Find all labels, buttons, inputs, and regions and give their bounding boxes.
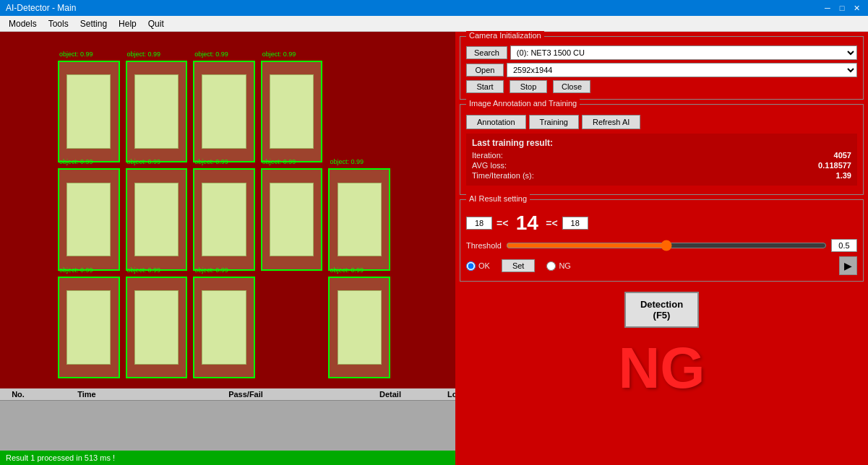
ok-radio[interactable] [466, 261, 476, 271]
open-button[interactable]: Open [466, 64, 504, 77]
training-button[interactable]: Training [529, 115, 579, 129]
avgloss-row: AVG loss: 0.118577 [472, 161, 851, 170]
menu-bar: Models Tools Setting Help Quit [0, 16, 868, 32]
title-bar: AI-Detector - Main ─ □ ✕ [0, 0, 868, 16]
ai-center-value: 14 [512, 212, 541, 235]
avgloss-label: AVG loss: [472, 161, 507, 170]
camera-select[interactable]: (0): NET3 1500 CU [510, 45, 857, 60]
table-row: object: 0.99 [193, 168, 255, 270]
table-row: object: 0.99 [126, 277, 188, 378]
open-row: Open 2592x1944 [466, 63, 857, 77]
close-camera-button[interactable]: Close [553, 80, 590, 93]
annotation-buttons-row: Annotation Training Refresh AI [466, 115, 857, 129]
cell-inner [338, 183, 382, 257]
maximize-button[interactable]: □ [836, 2, 848, 14]
bottom-area: No. Time Pass/Fail Detail Low High Resul… [0, 388, 455, 465]
camera-view: object: 0.99 object: 0.99 object: 0.99 [0, 32, 455, 388]
col-no: No. [0, 390, 36, 399]
ng-display: NG [460, 335, 864, 401]
cell-inner [202, 74, 246, 149]
right-panel-inner: Camera Initialization Search (0): NET3 1… [455, 32, 868, 406]
object-label: object: 0.99 [262, 51, 296, 58]
ng-label: NG [559, 261, 571, 270]
minimize-button[interactable]: ─ [822, 2, 833, 14]
app-title: AI-Detector - Main [6, 3, 76, 13]
menu-tools[interactable]: Tools [43, 17, 74, 30]
menu-models[interactable]: Models [3, 17, 43, 30]
cell-inner [202, 183, 246, 257]
table-row: object: 0.99 [58, 61, 120, 162]
ok-label: OK [478, 261, 490, 270]
object-grid: object: 0.99 object: 0.99 object: 0.99 [58, 61, 390, 378]
training-result-title: Last training result: [472, 138, 851, 148]
cell-inner [66, 290, 111, 365]
object-label: object: 0.99 [127, 158, 161, 165]
lte-left-icon: =< [497, 217, 508, 229]
window-controls: ─ □ ✕ [822, 2, 862, 14]
menu-help[interactable]: Help [113, 17, 142, 30]
table-row: object: 0.99 [126, 168, 188, 270]
stop-button[interactable]: Stop [510, 80, 547, 93]
ng-text: NG [619, 335, 705, 401]
table-row [328, 61, 390, 162]
object-label: object: 0.99 [262, 158, 296, 165]
timeiteration-row: Time/Iteration (s): 1.39 [472, 171, 851, 180]
table-row: object: 0.99 [261, 168, 323, 270]
object-label: object: 0.99 [59, 158, 93, 165]
search-button[interactable]: Search [466, 46, 507, 59]
close-button[interactable]: ✕ [851, 2, 862, 14]
tray-area: object: 0.99 object: 0.99 object: 0.99 [58, 61, 390, 378]
object-label: object: 0.99 [194, 266, 228, 274]
cell-inner [134, 74, 179, 149]
object-label: object: 0.99 [330, 158, 364, 165]
annotation-section: Image Annotation and Training Annotation… [460, 104, 864, 195]
ai-left-input[interactable] [466, 217, 492, 230]
object-label: object: 0.99 [127, 266, 161, 274]
timeiteration-value: 1.39 [836, 171, 851, 180]
table-row: object: 0.99 [261, 61, 323, 162]
ng-radio[interactable] [546, 261, 556, 271]
object-label: object: 0.99 [194, 51, 228, 58]
threshold-slider[interactable] [506, 240, 827, 251]
training-result: Last training result: Iteration: 4057 AV… [466, 134, 857, 186]
annotation-button[interactable]: Annotation [466, 115, 526, 129]
detection-label: Detection [640, 299, 683, 310]
ai-result-title: AI Result setting [466, 194, 530, 203]
object-label: object: 0.99 [59, 266, 93, 274]
refresh-ai-button[interactable]: Refresh AI [582, 115, 640, 129]
left-panel: object: 0.99 object: 0.99 object: 0.99 [0, 32, 455, 465]
right-panel: Camera Initialization Search (0): NET3 1… [455, 32, 868, 465]
table-row [261, 277, 323, 378]
table-row: object: 0.99 [126, 61, 188, 162]
object-label: object: 0.99 [127, 51, 161, 58]
annotation-title: Image Annotation and Training [466, 99, 580, 108]
cell-inner [66, 183, 111, 257]
camera-action-buttons: Start Stop Close [466, 80, 857, 93]
ng-radio-group: NG [546, 261, 571, 271]
cell-inner [270, 183, 314, 257]
detection-wrapper: Detection (F5) [460, 286, 864, 331]
lte-right-icon: =< [546, 217, 557, 229]
table-row: object: 0.99 [328, 277, 390, 378]
col-passfail: Pass/Fail [137, 390, 354, 399]
threshold-value-input[interactable] [831, 239, 857, 252]
start-button[interactable]: Start [466, 80, 504, 93]
search-row: Search (0): NET3 1500 CU [466, 45, 857, 60]
ai-right-input[interactable] [562, 217, 588, 230]
resolution-select[interactable]: 2592x1944 [507, 63, 857, 77]
status-text: Result 1 processed in 513 ms ! [6, 453, 115, 462]
object-label: object: 0.99 [194, 158, 228, 165]
cell-inner [134, 183, 179, 257]
menu-quit[interactable]: Quit [142, 17, 170, 30]
cell-inner [270, 74, 314, 149]
menu-setting[interactable]: Setting [74, 17, 113, 30]
ai-number-row: =< 14 =< [466, 212, 857, 235]
detection-shortcut: (F5) [653, 310, 671, 321]
detection-button[interactable]: Detection (F5) [624, 292, 699, 328]
arrow-button[interactable]: ▶ [839, 256, 857, 275]
cell-inner [202, 290, 246, 365]
ok-radio-group: OK [466, 261, 490, 271]
set-button[interactable]: Set [502, 259, 536, 272]
camera-init-section: Camera Initialization Search (0): NET3 1… [460, 36, 864, 100]
camera-init-title: Camera Initialization [466, 31, 544, 40]
